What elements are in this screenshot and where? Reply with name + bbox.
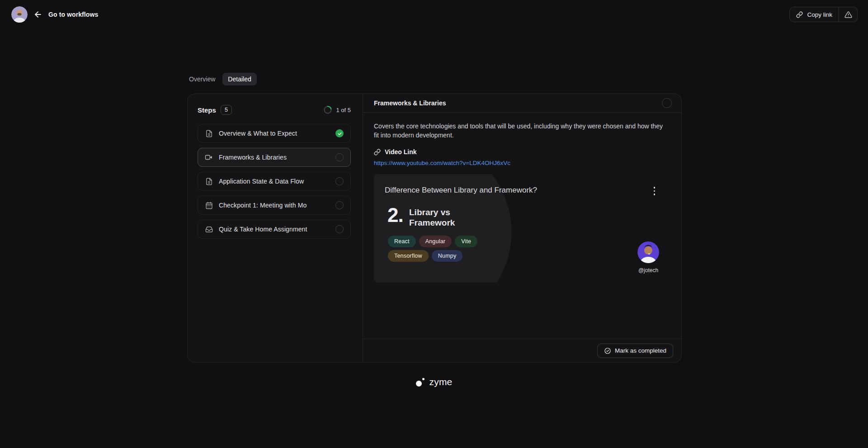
progress-ring-icon bbox=[323, 105, 332, 114]
video-tag: Tensorflow bbox=[388, 250, 429, 262]
user-avatar[interactable] bbox=[11, 6, 28, 23]
tab-detailed[interactable]: Detailed bbox=[222, 73, 256, 85]
detail-title: Frameworks & Libraries bbox=[374, 99, 446, 107]
step-item[interactable]: Quiz & Take Home Assignment bbox=[198, 220, 351, 239]
progress-label: 1 of 5 bbox=[336, 107, 351, 113]
step-pending-circle bbox=[335, 177, 344, 185]
link-icon bbox=[796, 11, 803, 18]
video-url-link[interactable]: https://www.youtube.com/watch?v=LDK4OHJ6… bbox=[374, 160, 510, 166]
step-label: Application State & Data Flow bbox=[219, 178, 304, 185]
step-description: Covers the core technologies and tools t… bbox=[374, 122, 665, 140]
step-label: Quiz & Take Home Assignment bbox=[219, 226, 307, 233]
inbox-icon bbox=[205, 225, 213, 233]
copy-link-label: Copy link bbox=[807, 11, 832, 18]
step-item[interactable]: Frameworks & Libraries bbox=[198, 148, 351, 167]
step-pending-circle bbox=[335, 201, 344, 209]
step-pending-circle bbox=[335, 225, 344, 233]
link-icon bbox=[374, 149, 381, 156]
video-tag: React bbox=[388, 236, 416, 247]
check-circle-icon bbox=[604, 347, 611, 354]
video-tag: Numpy bbox=[432, 250, 463, 262]
video-icon bbox=[205, 153, 213, 161]
tab-overview[interactable]: Overview bbox=[187, 73, 221, 85]
step-label: Overview & What to Expect bbox=[219, 130, 297, 137]
author-handle: @jotech bbox=[638, 267, 658, 274]
document-icon bbox=[205, 177, 213, 185]
video-tag: Vite bbox=[455, 236, 477, 247]
steps-sidebar: Steps 5 1 of 5 Overview & What to Expect… bbox=[188, 94, 363, 362]
step-item[interactable]: Application State & Data Flow bbox=[198, 172, 351, 191]
workflow-panel: Steps 5 1 of 5 Overview & What to Expect… bbox=[187, 94, 682, 363]
zyme-logo-icon bbox=[416, 377, 425, 387]
author-avatar bbox=[637, 241, 659, 263]
calendar-icon bbox=[205, 201, 213, 209]
steps-count-badge: 5 bbox=[221, 105, 232, 115]
topbar: Go to workflows Copy link bbox=[0, 0, 868, 29]
step-label: Checkpoint 1: Meeting with Mo bbox=[219, 202, 307, 209]
steps-list: Overview & What to ExpectFrameworks & Li… bbox=[198, 124, 351, 239]
mark-completed-label: Mark as completed bbox=[615, 347, 666, 354]
step-item[interactable]: Checkpoint 1: Meeting with Mo bbox=[198, 196, 351, 215]
step-item[interactable]: Overview & What to Expect bbox=[198, 124, 351, 143]
copy-link-button[interactable]: Copy link bbox=[790, 7, 839, 22]
report-button[interactable] bbox=[839, 7, 857, 22]
step-detail: Frameworks & Libraries Covers the core t… bbox=[363, 94, 681, 362]
kebab-menu-icon[interactable] bbox=[652, 185, 657, 197]
detail-pending-circle bbox=[662, 98, 672, 108]
document-icon bbox=[205, 129, 213, 137]
view-tabs: Overview Detailed bbox=[187, 73, 257, 85]
video-number: 2. bbox=[387, 204, 403, 226]
video-tags-row-2: TensorflowNumpy bbox=[388, 250, 462, 262]
step-pending-circle bbox=[335, 153, 344, 161]
topbar-actions: Copy link bbox=[789, 7, 858, 22]
back-arrow-icon[interactable] bbox=[33, 9, 43, 19]
brand-footer: zyme bbox=[0, 377, 868, 387]
video-link-label: Video Link bbox=[385, 148, 417, 156]
video-tags-row-1: ReactAngularVite bbox=[388, 236, 477, 247]
back-label[interactable]: Go to workflows bbox=[48, 11, 98, 18]
video-thumbnail-card[interactable]: Difference Between Library and Framework… bbox=[374, 174, 670, 283]
brand-name: zyme bbox=[429, 377, 453, 387]
mark-completed-button[interactable]: Mark as completed bbox=[597, 344, 673, 358]
step-completed-check-icon bbox=[335, 129, 344, 137]
warning-triangle-icon bbox=[844, 11, 852, 19]
video-heading: Library vs Framework bbox=[409, 207, 470, 228]
video-tag: Angular bbox=[419, 236, 452, 247]
steps-title: Steps bbox=[198, 106, 216, 114]
video-title: Difference Between Library and Framework… bbox=[385, 186, 537, 195]
step-label: Frameworks & Libraries bbox=[219, 154, 287, 161]
